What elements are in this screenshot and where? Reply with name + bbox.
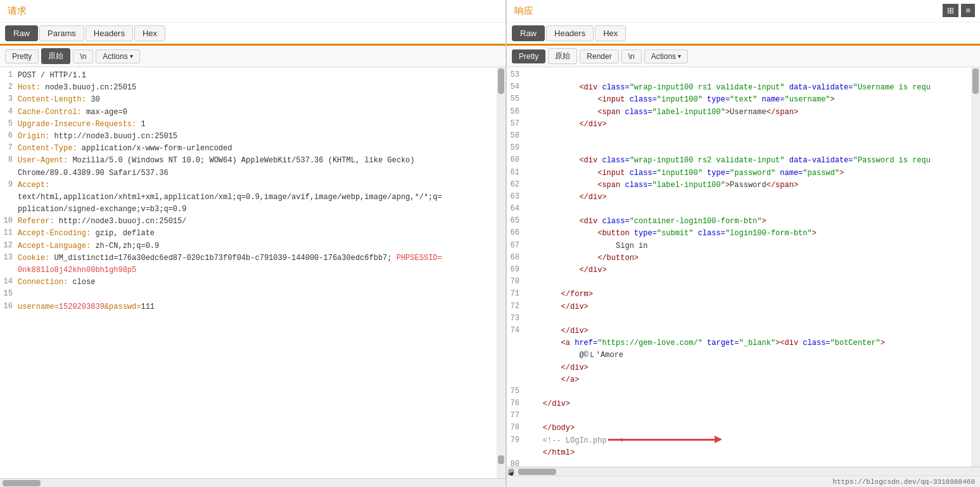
pretty-view-response[interactable]: Pretty [512,49,545,63]
request-scrollbar[interactable] [497,67,506,478]
tab-params[interactable]: Params [39,25,84,41]
response-status-bar: https://blogcsdn.dev/qq-3318988460 [507,476,980,487]
raw-view-response[interactable]: 原始 [548,48,577,64]
request-line-10: 10 Referer: http://node3.buuoj.cn:25015/ [0,216,506,228]
request-bottom-scrollbar[interactable] [0,478,506,487]
response-line-70: 70 [507,276,980,289]
tab-headers-response[interactable]: Headers [546,25,594,41]
tab-hex-request[interactable]: Hex [134,25,165,41]
response-line-69: 69 </div> [507,264,980,276]
request-line-9a: text/html,application/xhtml+xml,applicat… [0,192,506,204]
response-scroll-thumb[interactable] [972,68,979,94]
response-code-area[interactable]: 53 54 <div class="wrap-input100 rs1 vali… [507,67,980,467]
response-line-56: 56 <span class="label-input100">Username… [507,107,980,119]
request-line-5: 5 Upgrade-Insecure-Requests: 1 [0,119,506,131]
response-line-61: 61 <input class="input100" type="passwor… [507,167,980,179]
request-line-4: 4 Cache-Control: max-age=0 [0,107,506,119]
request-line-14: 14 Connection: close [0,276,506,289]
response-line-65: 65 <div class="container-login100-form-b… [507,216,980,228]
response-line-72: 72 </div> [507,301,980,313]
response-line-63: 63 </div> [507,192,980,204]
tab-raw-response[interactable]: Raw [512,25,545,41]
response-line-74d: </a> [507,374,980,386]
response-line-60: 60 <div class="wrap-input100 rs2 validat… [507,155,980,167]
response-panel: 响应 Raw Headers Hex Pretty 原始 Render \n A… [507,0,980,487]
request-view-bar: Pretty 原始 \n Actions ▾ [0,46,506,67]
newline-view-response[interactable]: \n [621,49,642,63]
response-line-66: 66 <button type="submit" class="login100… [507,228,980,240]
request-line-15: 15 [0,289,506,301]
top-right-controls: ⊞ ≡ [943,4,975,17]
request-panel: 请求 Raw Params Headers Hex Pretty 原始 \n A… [0,0,507,487]
request-line-12: 12 Accept-Language: zh-CN,zh;q=0.9 [0,240,506,252]
request-line-11: 11 Accept-Encoding: gzip, deflate [0,228,506,240]
newline-view-request[interactable]: \n [73,49,93,63]
response-line-79: 79 <!-- LOgIn.php --> [507,435,980,447]
response-line-79b: </html> [507,447,980,459]
response-line-54: 54 <div class="wrap-input100 rs1 validat… [507,82,980,94]
response-line-62: 62 <span class="label-input100">Password… [507,179,980,192]
arrow-line [608,439,716,441]
arrow-head [715,436,722,443]
request-line-9: 9 Accept: [0,179,506,192]
response-line-64: 64 [507,204,980,216]
request-scroll-thumb-bottom[interactable] [498,455,504,464]
response-line-55: 55 <input class="input100" type="text" n… [507,94,980,106]
tab-headers-request[interactable]: Headers [86,25,133,41]
request-tab-bar: Raw Params Headers Hex [0,23,506,46]
response-line-58: 58 [507,131,980,143]
raw-view-request[interactable]: 原始 [41,48,70,64]
response-line-74: 74 </div> [507,325,980,337]
request-scroll-thumb[interactable] [498,68,504,94]
arrow-annotation [608,439,716,441]
response-line-71: 71 </form> [507,289,980,301]
actions-button-response[interactable]: Actions ▾ [644,49,688,63]
request-line-2: 2 Host: node3.buuoj.cn:25015 [0,82,506,94]
actions-arrow-icon: ▾ [130,53,133,60]
response-line-67: 67 Sign in [507,240,980,252]
response-title: 响应 [507,0,980,23]
response-line-78: 78 </body> [507,422,980,434]
status-url: https://blogcsdn.dev/qq-3318988460 [833,478,975,486]
response-line-53: 53 [507,70,980,82]
menu-button[interactable]: ≡ [961,4,975,17]
request-bottom-thumb[interactable] [3,480,41,486]
response-line-73: 73 [507,313,980,325]
request-line-8b: Chrome/89.0.4389.90 Safari/537.36 [0,167,506,179]
response-line-80: 80 [507,459,980,467]
pretty-view-request[interactable]: Pretty [5,49,39,63]
request-line-1: 1 POST / HTTP/1.1 [0,70,506,82]
response-line-57: 57 </div> [507,119,980,131]
response-bottom-thumb[interactable] [518,469,556,475]
request-line-7: 7 Content-Type: application/x-www-form-u… [0,143,506,155]
response-view-bar: Pretty 原始 Render \n Actions ▾ [507,46,980,67]
response-line-59: 59 [507,143,980,155]
request-line-3: 3 Content-Length: 30 [0,94,506,106]
response-line-68: 68 </button> [507,252,980,264]
tab-raw-request[interactable]: Raw [5,25,38,41]
response-line-74c: </div> [507,362,980,374]
response-line-75: 75 [507,386,980,398]
request-code-area[interactable]: 1 POST / HTTP/1.1 2 Host: node3.buuoj.cn… [0,67,506,478]
response-line-77: 77 [507,410,980,422]
actions-button-request[interactable]: Actions ▾ [96,49,139,63]
request-title: 请求 [0,0,506,23]
response-bottom-scrollbar[interactable]: ◀ [507,467,980,476]
response-line-74b: @©Ｌ'Amore [507,349,980,361]
grid-view-button[interactable]: ⊞ [943,4,958,17]
request-line-13b: 0nk881lo8j42khn00bh1gh98p5 [0,264,506,276]
request-line-6: 6 Origin: http://node3.buuoj.cn:25015 [0,131,506,143]
request-line-16: 16 username=1520203839&passwd=111 [0,301,506,313]
request-line-8: 8 User-Agent: Mozilla/5.0 (Windows NT 10… [0,155,506,167]
response-left-scroll-arrow[interactable]: ◀ [508,469,514,475]
response-scrollbar[interactable] [971,67,980,467]
response-tab-bar: Raw Headers Hex [507,23,980,46]
request-line-9b: pplication/signed-exchange;v=b3;q=0.9 [0,204,506,216]
render-view-response[interactable]: Render [580,49,618,63]
request-line-13: 13 Cookie: UM_distinctid=176a30edc6ed87-… [0,252,506,264]
response-line-76: 76 </div> [507,398,980,410]
actions-arrow-icon-response: ▾ [678,53,681,60]
tab-hex-response[interactable]: Hex [595,25,626,41]
response-line-74a: <a href="https://gem-love.com/" target="… [507,337,980,349]
